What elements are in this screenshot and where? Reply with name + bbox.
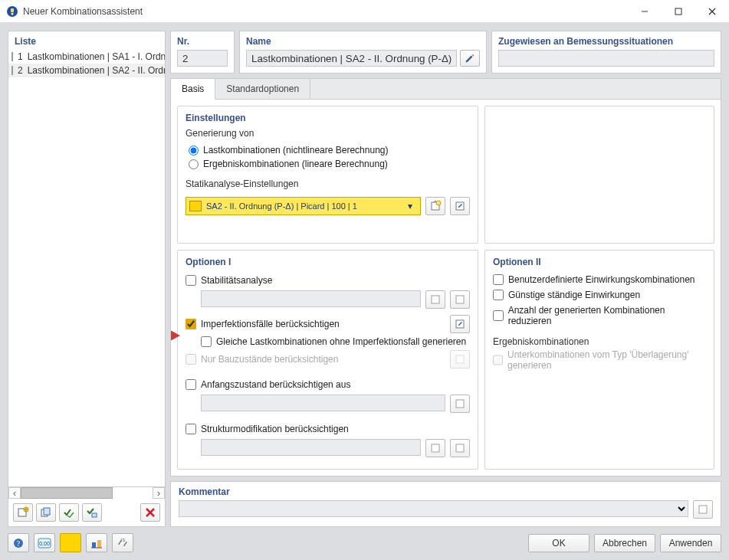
nr-panel: Nr. — [170, 31, 235, 74]
check-label: Strukturmodifikation berücksichtigen — [201, 424, 349, 434]
tab-standardoptionen[interactable]: Standardoptionen — [215, 79, 310, 99]
window-controls — [628, 1, 729, 22]
color-button[interactable] — [60, 533, 81, 552]
nr-label: Nr. — [171, 31, 234, 50]
script-button[interactable]: JS — [112, 533, 133, 552]
maximize-button[interactable] — [662, 1, 695, 22]
check-button-1[interactable] — [59, 503, 79, 522]
left-panel-header: Liste — [8, 31, 165, 50]
tabs-panel: Basis Standardoptionen Einstellungen Gen… — [170, 78, 721, 476]
close-button[interactable] — [695, 1, 729, 22]
radio-label: Lastkombinationen (nichtlineare Berechnu… — [203, 145, 388, 156]
sa-settings-value: SA2 - II. Ordnung (P-Δ) | Picard | 100 |… — [206, 201, 403, 211]
check-label: Anfangszustand berücksichtigen aus — [201, 379, 350, 390]
generation-label: Generierung von — [186, 128, 470, 143]
check-label: Nur Bauzustände berücksichtigen — [201, 354, 338, 365]
check-nur-bauzustaende: Nur Bauzustände berücksichtigen — [186, 349, 470, 370]
tree-button[interactable] — [86, 533, 107, 552]
svg-text:JS: JS — [120, 538, 125, 542]
assign-input[interactable] — [498, 50, 714, 67]
check-benutzerdefinierte[interactable]: Benutzerdefinierte Einwirkungskombinatio… — [493, 272, 706, 287]
anfang-input[interactable] — [201, 395, 445, 411]
svg-rect-22 — [432, 444, 439, 452]
list-item[interactable]: 1 Lastkombinationen | SA1 - I. Ordnung — [8, 50, 165, 64]
help-button[interactable]: ? — [8, 533, 29, 552]
new-item-button[interactable] — [13, 503, 33, 522]
scroll-thumb[interactable] — [21, 487, 113, 499]
list-item[interactable]: 2 Lastkombinationen | SA2 - II. Ordnun — [8, 64, 165, 77]
check-strukturmodifikation[interactable]: Strukturmodifikation berücksichtigen — [186, 422, 470, 436]
color-swatch-icon — [189, 201, 202, 211]
strukt-edit-button[interactable] — [450, 439, 470, 457]
tab-basis[interactable]: Basis — [171, 79, 215, 100]
check-label: Gleiche Lastkombinationen ohne Imperfekt… — [216, 336, 466, 347]
svg-rect-18 — [456, 296, 464, 303]
strukt-input[interactable] — [201, 439, 421, 456]
window-title: Neuer Kombinationsassistent — [23, 6, 143, 17]
kommentar-panel: Kommentar — [170, 481, 721, 527]
cancel-button[interactable]: Abbrechen — [594, 534, 655, 552]
imp-edit-button[interactable] — [450, 315, 470, 333]
anfang-edit-button[interactable] — [450, 395, 470, 413]
stab-input[interactable] — [201, 290, 421, 307]
svg-text:0,00: 0,00 — [39, 541, 50, 546]
check-button-2[interactable] — [82, 503, 102, 522]
check-unterkombinationen: Unterkombinationen vom Typ 'Überlagerung… — [493, 347, 706, 373]
svg-rect-4 — [675, 8, 681, 15]
name-label: Name — [240, 31, 486, 50]
strukt-new-button[interactable] — [425, 439, 445, 457]
check-gleiche-lastkombinationen[interactable]: Gleiche Lastkombinationen ohne Imperfekt… — [186, 335, 470, 349]
kommentar-select[interactable] — [179, 500, 688, 517]
h-scrollbar[interactable]: ‹ › — [8, 486, 165, 499]
assign-label: Zugewiesen an Bemessungssituationen — [492, 31, 721, 50]
svg-rect-21 — [456, 400, 464, 408]
radio-label: Ergebniskombinationen (lineare Berechnun… — [203, 159, 388, 169]
optionen-2-panel: Optionen II Benutzerdefinierte Einwirkun… — [484, 250, 714, 470]
check-imperfektionsfaelle[interactable]: Imperfektionsfälle berücksichtigen — [186, 313, 470, 335]
copy-item-button[interactable] — [36, 503, 56, 522]
check-guenstige[interactable]: Günstige ständige Einwirkungen — [493, 287, 706, 303]
check-anfangszustand[interactable]: Anfangszustand berücksichtigen aus — [186, 378, 470, 391]
color-swatch-icon — [11, 52, 13, 61]
kommentar-edit-button[interactable] — [693, 500, 713, 519]
settings-panel: Einstellungen Generierung von Lastkombin… — [177, 106, 478, 244]
units-button[interactable]: 0,00 — [34, 533, 55, 552]
list-item-num: 2 — [18, 65, 23, 76]
assign-panel: Zugewiesen an Bemessungssituationen — [491, 31, 721, 74]
check-label: Unterkombinationen vom Typ 'Überlagerung… — [507, 349, 706, 371]
svg-point-15 — [436, 201, 441, 205]
name-input[interactable] — [246, 50, 457, 67]
ok-button[interactable]: OK — [528, 534, 589, 552]
delete-button[interactable] — [140, 503, 160, 522]
svg-rect-11 — [92, 513, 97, 517]
check-label: Imperfektionsfälle berücksichtigen — [201, 319, 340, 329]
left-list[interactable]: 1 Lastkombinationen | SA1 - I. Ordnung 2… — [8, 50, 165, 486]
chevron-down-icon: ▾ — [403, 201, 417, 211]
sa-new-button[interactable] — [425, 197, 445, 215]
stab-new-button[interactable] — [425, 290, 445, 309]
radio-lastkombinationen[interactable]: Lastkombinationen (nichtlineare Berechnu… — [186, 143, 470, 157]
list-item-num: 1 — [18, 51, 23, 62]
radio-ergebniskombinationen[interactable]: Ergebniskombinationen (lineare Berechnun… — [186, 157, 470, 171]
list-item-label: Lastkombinationen | SA2 - II. Ordnun — [28, 65, 165, 76]
scroll-track[interactable] — [21, 487, 153, 499]
edit-name-button[interactable] — [460, 50, 480, 67]
empty-panel — [484, 106, 714, 244]
apply-button[interactable]: Anwenden — [660, 534, 721, 552]
nr-input[interactable] — [177, 50, 228, 67]
check-label: Günstige ständige Einwirkungen — [508, 290, 640, 300]
check-stabilitaetsanalyse[interactable]: Stabilitätsanalyse — [186, 273, 470, 287]
stab-edit-button[interactable] — [450, 290, 470, 309]
sa-edit-button[interactable] — [450, 197, 470, 215]
scroll-right-icon[interactable]: › — [153, 487, 165, 499]
list-item-label: Lastkombinationen | SA1 - I. Ordnung — [28, 51, 165, 62]
svg-rect-20 — [456, 355, 464, 363]
minimize-button[interactable] — [628, 1, 662, 22]
kommentar-header: Kommentar — [179, 486, 713, 500]
settings-header: Einstellungen — [186, 113, 470, 128]
scroll-left-icon[interactable]: ‹ — [8, 487, 21, 499]
optionen-1-header: Optionen I — [186, 257, 470, 272]
sa-settings-dropdown[interactable]: SA2 - II. Ordnung (P-Δ) | Picard | 100 |… — [186, 197, 421, 215]
check-anzahl-reduzieren[interactable]: Anzahl der generierten Kombinationen red… — [493, 303, 706, 329]
tab-bar: Basis Standardoptionen — [171, 79, 721, 100]
